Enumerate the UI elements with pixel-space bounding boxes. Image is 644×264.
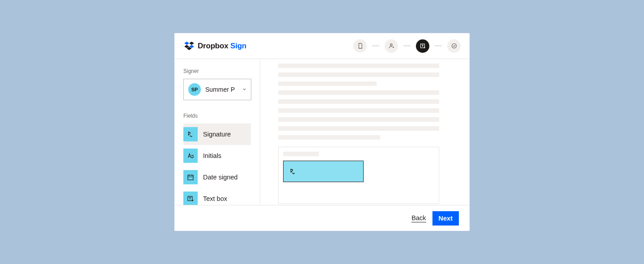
- brand-name: Dropbox Sign: [198, 42, 246, 51]
- signer-name: Summer P: [205, 86, 238, 93]
- signature-block-label: [283, 152, 319, 156]
- signer-dropdown[interactable]: SP Summer P: [183, 79, 251, 100]
- step-document[interactable]: [353, 39, 367, 53]
- initials-icon: [183, 149, 198, 163]
- doc-placeholder-line: [278, 81, 377, 86]
- step-divider: [403, 46, 411, 46]
- signer-section-label: Signer: [183, 68, 251, 74]
- step-divider: [372, 46, 379, 46]
- signature-icon: [183, 127, 198, 141]
- svg-point-2: [452, 44, 456, 48]
- placed-signature-field[interactable]: [283, 161, 364, 182]
- doc-placeholder-line: [278, 135, 380, 140]
- field-date-signed[interactable]: Date signed: [183, 166, 251, 188]
- doc-placeholder-line: [278, 126, 439, 131]
- doc-placeholder-line: [278, 64, 439, 68]
- field-label: Date signed: [203, 174, 237, 181]
- check-circle-icon: [451, 43, 458, 49]
- svg-point-0: [390, 44, 392, 46]
- step-fields[interactable]: [416, 39, 429, 53]
- textbox-add-icon: [183, 192, 198, 205]
- field-initials[interactable]: Initials: [183, 145, 251, 166]
- doc-placeholder-line: [278, 99, 439, 104]
- step-signers[interactable]: [385, 39, 398, 53]
- document-icon: [357, 43, 364, 49]
- brand-logo: Dropbox Sign: [184, 42, 246, 51]
- field-label: Text box: [203, 195, 227, 202]
- svg-rect-3: [188, 175, 193, 180]
- app-window: Dropbox Sign: [174, 33, 470, 231]
- dropbox-logo-icon: [184, 42, 194, 51]
- doc-placeholder-line: [278, 117, 439, 122]
- field-text-box[interactable]: Text box: [183, 188, 251, 205]
- signature-block: [278, 147, 439, 204]
- field-label: Initials: [203, 152, 221, 159]
- fields-section-label: Fields: [183, 113, 251, 119]
- document-canvas[interactable]: [260, 59, 470, 205]
- sidebar: Signer SP Summer P Fields Signature I: [174, 59, 260, 205]
- doc-placeholder-line: [278, 108, 439, 113]
- person-add-icon: [388, 43, 395, 49]
- calendar-icon: [183, 170, 198, 184]
- signer-avatar: SP: [188, 83, 201, 96]
- progress-steps: [353, 39, 461, 53]
- chevron-down-icon: [242, 87, 246, 92]
- signature-icon: [289, 167, 297, 175]
- doc-placeholder-line: [278, 72, 439, 77]
- next-button[interactable]: Next: [432, 211, 459, 226]
- field-signature[interactable]: Signature: [183, 123, 251, 145]
- body: Signer SP Summer P Fields Signature I: [174, 59, 470, 205]
- footer: Back Next: [174, 205, 470, 231]
- back-button[interactable]: Back: [411, 214, 426, 222]
- header: Dropbox Sign: [174, 33, 470, 59]
- step-divider: [435, 46, 442, 46]
- field-label: Signature: [203, 131, 231, 138]
- doc-placeholder-line: [278, 90, 439, 95]
- textbox-add-icon: [419, 43, 426, 49]
- step-review[interactable]: [447, 39, 461, 53]
